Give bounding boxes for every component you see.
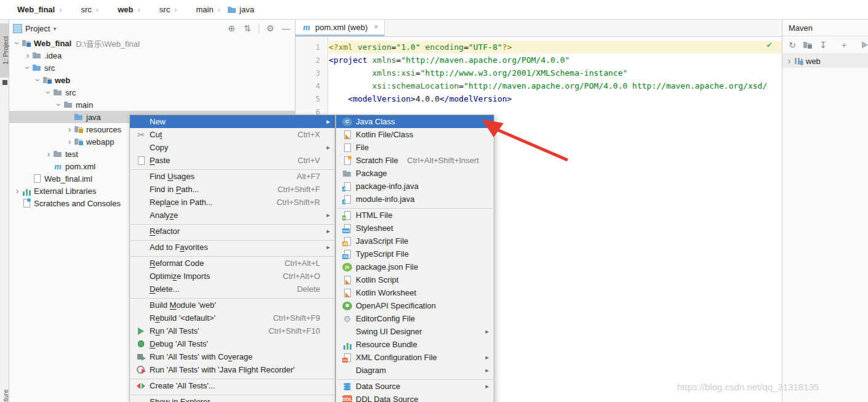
menu-item-label: package.json File [356, 262, 475, 271]
menu-item[interactable]: C Java Class [336, 115, 494, 128]
menu-item[interactable]: Scratch File Ctrl+Alt+Shift+Insert [336, 154, 494, 167]
menu-item[interactable]: Run 'All Tests' with Coverage [130, 350, 335, 363]
menu-item[interactable]: ⚙ EditorConfig File [336, 312, 494, 325]
menu-item[interactable]: Add to Favorites ▸ [130, 241, 335, 254]
menu-item[interactable]: J package-info.java [336, 180, 494, 193]
menu-item[interactable]: Diagram ▸ [336, 364, 494, 377]
menu-item[interactable]: Analyze ▸ [130, 209, 335, 222]
menu-item[interactable]: Rebuild '<default>' Ctrl+Shift+F9 [130, 312, 335, 324]
menu-item[interactable]: Refactor ▸ [130, 225, 335, 238]
menu-item[interactable]: Replace in Path... Ctrl+Shift+R [130, 196, 335, 209]
menu-item[interactable]: Build Module 'web' [130, 299, 335, 312]
tree-chevron-icon[interactable]: › [44, 88, 53, 97]
structure-stripe-label[interactable]: Structure [0, 384, 9, 402]
breadcrumb-item[interactable]: main [170, 5, 214, 14]
menu-item[interactable]: ✻ OpenAPI Specification [336, 299, 494, 312]
breadcrumb-item[interactable]: web [92, 5, 134, 14]
menu-item[interactable]: Kotlin Worksheet [336, 286, 494, 299]
menu-item[interactable]: Package [336, 167, 494, 180]
profiler-icon [136, 365, 146, 375]
tree-label: Scratches and Consoles [34, 199, 121, 208]
module-folder-icon [22, 38, 31, 48]
external-libraries-icon [22, 186, 31, 196]
tree-chevron-icon[interactable]: › [34, 76, 42, 84]
breadcrumb-item[interactable]: src [134, 5, 171, 14]
menu-item[interactable]: TS TypeScript File [336, 247, 494, 260]
tree-row[interactable]: › Web_final D:\音乐\Web_final [9, 37, 295, 49]
tree-chevron-icon[interactable]: › [23, 51, 32, 60]
settings-button[interactable]: ⚙ [265, 23, 275, 33]
locate-button[interactable]: ⊕ [227, 23, 236, 33]
breadcrumb-item[interactable]: src [55, 5, 92, 14]
close-icon[interactable]: × [374, 23, 378, 31]
run-maven-button[interactable] [860, 40, 868, 50]
menu-item[interactable]: Create 'All Tests'... [130, 379, 335, 392]
menu-item[interactable]: File [336, 141, 494, 154]
menu-item[interactable]: Find Usages Alt+F7 [130, 170, 335, 183]
tree-chevron-icon[interactable]: › [23, 63, 32, 72]
project-view-selector[interactable]: Project ▾ [13, 24, 227, 33]
tree-chevron-icon[interactable]: › [13, 187, 22, 195]
inspections-ok-icon[interactable]: ✔ [767, 39, 772, 49]
download-sources-button[interactable]: ↧ [818, 40, 828, 50]
menu-item[interactable]: JS JavaScript File [336, 235, 494, 247]
menu-item[interactable]: H HTML File [336, 209, 494, 222]
collapse-all-button[interactable]: ⇅ [243, 23, 252, 33]
menu-item[interactable]: <> XML Configuration File ▸ [336, 351, 494, 364]
submenu-arrow-icon: ▸ [324, 118, 330, 126]
maven-file-icon-slot: m [302, 22, 311, 32]
tree-chevron-icon[interactable]: › [55, 100, 63, 109]
breadcrumb-label: main [196, 5, 214, 14]
tree-label: src [65, 88, 76, 97]
debug-icon [136, 339, 146, 349]
menu-item[interactable]: Reformat Code Ctrl+Alt+L [130, 257, 335, 270]
menu-item[interactable]: Resource Bundle [336, 338, 494, 351]
menu-item[interactable]: Show in Explorer [130, 395, 335, 402]
menu-item[interactable]: Debug 'All Tests' [130, 337, 335, 350]
code-lines: 1 <?xml version="1.0" encoding="UTF-8"?>… [295, 41, 782, 118]
tree-chevron-icon[interactable]: › [65, 125, 74, 134]
tree-row[interactable]: › src [9, 86, 295, 98]
menu-item[interactable]: js package.json File [336, 260, 494, 273]
tree-chevron-icon[interactable]: › [44, 150, 53, 158]
menu-item[interactable]: Kotlin File/Class [336, 128, 494, 141]
menu-item[interactable]: Run 'All Tests' with 'Java Flight Record… [130, 363, 335, 376]
menu-item[interactable]: J module-info.java [336, 193, 494, 206]
submenu-arrow-icon: ▸ [483, 328, 489, 336]
menu-item[interactable]: Kotlin Script [336, 273, 494, 286]
menu-item[interactable]: Copy ▸ [130, 141, 335, 154]
menu-item[interactable]: Find in Path... Ctrl+Shift+F [130, 183, 335, 196]
tree-chevron-icon[interactable]: › [785, 57, 794, 65]
menu-item[interactable]: css Stylesheet [336, 222, 494, 235]
tab-pom-xml[interactable]: m pom.xml (web) × [295, 20, 385, 36]
refresh-button[interactable]: ↻ [787, 40, 797, 50]
tree-chevron-icon[interactable]: › [13, 39, 22, 47]
menu-item[interactable]: ✂ Cut Ctrl+X [130, 128, 335, 141]
menu-item[interactable]: New ▸ [130, 115, 335, 128]
menu-item[interactable]: Run 'All Tests' Ctrl+Shift+F10 [130, 324, 335, 337]
tree-row[interactable]: › .idea [9, 49, 295, 62]
maven-module-row[interactable]: › m web [782, 54, 868, 68]
tree-row[interactable]: › main [9, 98, 295, 111]
breadcrumb-item[interactable]: java [214, 5, 254, 15]
menu-item[interactable]: Data Source ▸ [336, 380, 494, 393]
menu-item[interactable]: Swing UI Designer ▸ [336, 325, 494, 338]
tree-row[interactable]: › web [9, 74, 295, 86]
file-icon [342, 143, 352, 153]
menu-item[interactable]: Paste Ctrl+V [130, 154, 335, 167]
breadcrumb-item[interactable]: Web_final [5, 5, 55, 14]
menu-item-label: Find in Path... [150, 185, 274, 194]
submenu-arrow-icon: ▸ [324, 211, 330, 219]
add-button[interactable]: + [839, 40, 849, 50]
tree-row[interactable]: › src [9, 62, 295, 74]
menu-item-label: HTML File [356, 211, 475, 220]
menu-item-label: Diagram [356, 366, 475, 375]
menu-item[interactable]: Optimize Imports Ctrl+Alt+O [130, 270, 335, 283]
maven-reload-button[interactable] [803, 40, 813, 50]
menu-item[interactable]: DDL DDL Data Source [336, 393, 494, 402]
editor-tab-bar: m pom.xml (web) × [295, 20, 782, 37]
tree-chevron-icon[interactable]: › [65, 137, 74, 146]
hide-button[interactable]: — [281, 23, 291, 33]
menu-item[interactable]: Delete... Delete [130, 283, 335, 295]
project-stripe-label[interactable]: 1: Project [0, 26, 9, 75]
